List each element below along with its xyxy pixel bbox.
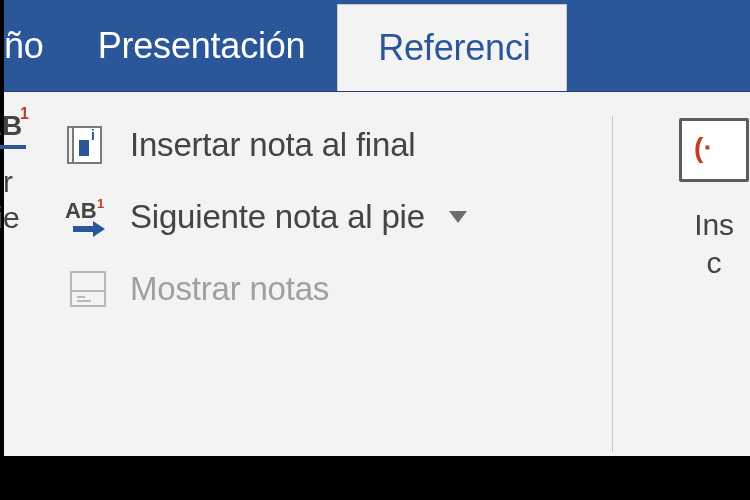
crop-bottom-bar: [4, 456, 750, 500]
insert-citation-button[interactable]: Ins c: [670, 118, 750, 281]
show-notes-label: Mostrar notas: [130, 270, 329, 308]
next-footnote-button[interactable]: AB 1 Siguiente nota al pie: [64, 190, 594, 244]
svg-text:i: i: [91, 127, 95, 143]
tab-presentacion[interactable]: Presentación: [66, 0, 338, 91]
ribbon-tabs: ño Presentación Referenci: [4, 0, 750, 92]
insert-endnote-button[interactable]: i Insertar nota al final: [64, 118, 594, 172]
next-footnote-label: Siguiente nota al pie: [130, 198, 425, 236]
svg-text:1: 1: [97, 196, 104, 211]
insert-endnote-icon: i: [64, 123, 112, 167]
insert-citation-label: Ins c: [654, 206, 750, 281]
show-notes-icon: [64, 267, 112, 311]
chevron-down-icon[interactable]: [449, 211, 467, 223]
show-notes-button: Mostrar notas: [64, 262, 594, 316]
insert-endnote-label: Insertar nota al final: [130, 126, 415, 164]
group-separator: [612, 116, 613, 452]
svg-rect-5: [79, 140, 89, 156]
tab-referencias[interactable]: Referenci: [337, 4, 567, 91]
next-footnote-icon: AB 1: [64, 195, 112, 239]
ribbon-body: AB 1 r ie: [4, 92, 750, 500]
tab-diseno[interactable]: ño: [4, 0, 66, 91]
insert-citation-icon: [679, 118, 749, 182]
tab-label: Presentación: [98, 25, 306, 67]
tab-label: ño: [4, 25, 44, 67]
svg-text:AB: AB: [65, 198, 96, 223]
tab-label: Referenci: [378, 27, 530, 69]
